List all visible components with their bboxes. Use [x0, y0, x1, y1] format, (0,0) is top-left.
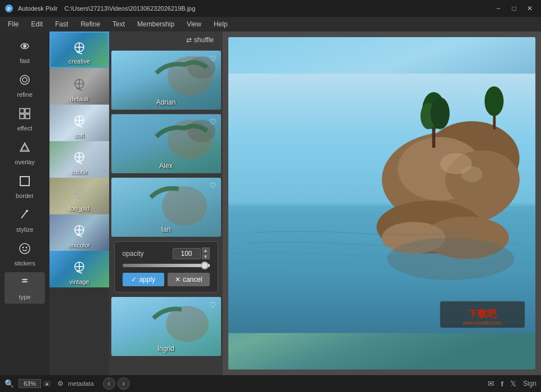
- zoom-control: ▲: [19, 379, 51, 388]
- stylize-icon: [19, 209, 31, 224]
- menu-membership[interactable]: Membership: [132, 19, 180, 30]
- preview-thumb-ingrid[interactable]: Ingrid ♡: [111, 297, 221, 356]
- sign-in-label[interactable]: Sign: [523, 380, 537, 388]
- sidebar-item-type[interactable]: type: [4, 272, 45, 304]
- opacity-slider[interactable]: [123, 264, 210, 267]
- sidebar-item-fast[interactable]: fast: [4, 36, 45, 67]
- filter-label-soft: soft: [74, 132, 84, 139]
- svg-point-44: [485, 86, 504, 116]
- opacity-row: opacity ▲ ▼: [123, 247, 210, 259]
- refine-icon: [19, 74, 31, 89]
- menu-fast[interactable]: Fast: [49, 19, 74, 30]
- prev-button[interactable]: ‹: [103, 377, 115, 390]
- cancel-label: cancel: [183, 276, 202, 283]
- filter-panel: creative default soft subtle: [49, 31, 109, 375]
- menu-edit[interactable]: Edit: [25, 19, 48, 30]
- close-button[interactable]: ✕: [523, 3, 537, 13]
- fast-icon: [19, 40, 31, 55]
- email-icon[interactable]: ✉: [488, 379, 494, 388]
- filter-item-vintage[interactable]: vintage: [49, 251, 109, 287]
- preview-thumb-alex[interactable]: Alex ♡: [111, 114, 221, 173]
- heart-icon-ian[interactable]: ♡: [209, 181, 217, 190]
- preview-thumb-ian[interactable]: Ian ♡: [111, 178, 221, 237]
- menu-help[interactable]: Help: [208, 19, 233, 30]
- settings-icon: ⚙: [57, 380, 64, 388]
- filter-item-unicolor[interactable]: unicolor: [49, 214, 109, 251]
- filter-item-subtle[interactable]: subtle: [49, 141, 109, 178]
- sidebar-label-border: border: [16, 192, 34, 199]
- filter-label-unicolor: unicolor: [69, 242, 91, 249]
- filter-item-soft[interactable]: soft: [49, 105, 109, 141]
- canvas-area: 下载吧 www.xiazaiba.com: [223, 31, 541, 375]
- preview-label-adrian: Adrian: [156, 98, 176, 106]
- sidebar-item-border[interactable]: border: [4, 171, 45, 202]
- maximize-button[interactable]: □: [507, 3, 521, 13]
- effect-icon: [19, 107, 31, 123]
- sidebar-label-effect: effect: [17, 125, 33, 132]
- facebook-icon[interactable]: f: [501, 380, 503, 388]
- menu-text[interactable]: Text: [107, 19, 130, 30]
- title-bar: P Autodesk Pixlr C:\Users\27213\Videos\2…: [0, 0, 541, 17]
- heart-icon-alex[interactable]: ♡: [209, 118, 217, 127]
- svg-point-4: [22, 78, 27, 82]
- status-right: ✉ f 𝕏 Sign: [488, 379, 537, 388]
- twitter-icon[interactable]: 𝕏: [510, 379, 516, 388]
- svg-point-14: [20, 244, 30, 254]
- filter-label-too-old: too_old: [69, 205, 89, 212]
- title-bar-text: Autodesk Pixlr C:\Users\27213\Videos\201…: [18, 5, 487, 12]
- metadata-label[interactable]: metadata: [68, 380, 94, 387]
- preview-label-ingrid: Ingrid: [157, 345, 174, 353]
- sidebar-label-stickers: stickers: [14, 260, 35, 267]
- cancel-button[interactable]: ✕ cancel: [168, 273, 210, 286]
- sidebar-item-stickers[interactable]: stickers: [4, 238, 45, 270]
- opacity-label: opacity: [123, 250, 144, 258]
- shuffle-area: ⇄ shuffle: [109, 31, 223, 48]
- minimize-button[interactable]: −: [492, 3, 505, 13]
- heart-icon-adrian[interactable]: ♡: [209, 54, 217, 63]
- svg-point-13: [26, 210, 28, 212]
- svg-rect-11: [20, 177, 29, 186]
- svg-point-2: [23, 44, 26, 48]
- filter-item-too-old[interactable]: too_old: [49, 178, 109, 214]
- preview-label-alex: Alex: [159, 162, 172, 170]
- opacity-up-button[interactable]: ▲: [202, 247, 210, 253]
- opacity-input[interactable]: [173, 248, 201, 259]
- menu-view[interactable]: View: [181, 19, 207, 30]
- filter-label-creative: creative: [69, 58, 91, 65]
- apply-button[interactable]: ✓ apply: [123, 273, 165, 286]
- sidebar-item-refine[interactable]: refine: [4, 70, 45, 101]
- svg-line-12: [21, 211, 26, 218]
- status-bar: 🔍 ▲ ⚙ metadata ‹ › ✉ f 𝕏 Sign: [0, 375, 541, 392]
- menu-file[interactable]: File: [2, 19, 24, 30]
- border-icon: [19, 175, 31, 190]
- search-area: 🔍: [4, 379, 14, 388]
- search-icon: 🔍: [4, 379, 14, 388]
- next-button[interactable]: ›: [118, 377, 130, 390]
- opacity-slider-thumb[interactable]: [201, 262, 209, 269]
- sidebar-item-stylize[interactable]: stylize: [4, 205, 45, 236]
- svg-rect-5: [20, 109, 24, 113]
- svg-point-15: [22, 246, 24, 248]
- svg-point-42: [431, 97, 450, 129]
- sidebar-label-refine: refine: [17, 91, 33, 98]
- zoom-input[interactable]: [19, 379, 41, 388]
- zoom-up-button[interactable]: ▲: [43, 381, 51, 386]
- heart-icon-ingrid[interactable]: ♡: [209, 300, 217, 309]
- menu-bar: File Edit Fast Refine Text Membership Vi…: [0, 17, 541, 31]
- sidebar-item-overlay[interactable]: overlay: [4, 137, 45, 169]
- opacity-down-button[interactable]: ▼: [202, 254, 210, 259]
- sidebar-item-effect[interactable]: effect: [4, 103, 45, 135]
- filter-item-creative[interactable]: creative: [49, 31, 109, 68]
- shuffle-button[interactable]: ⇄ shuffle: [182, 34, 218, 46]
- filter-label-default: default: [70, 96, 88, 102]
- menu-refine[interactable]: Refine: [75, 19, 106, 30]
- title-bar-controls: − □ ✕: [492, 3, 537, 13]
- svg-rect-8: [25, 114, 30, 119]
- sidebar-label-type: type: [19, 294, 31, 300]
- filter-item-default[interactable]: default: [49, 68, 109, 105]
- apply-cancel-row: ✓ apply ✕ cancel: [123, 273, 210, 286]
- preview-thumb-adrian[interactable]: Adrian ♡: [111, 51, 221, 110]
- shuffle-icon: ⇄: [186, 36, 192, 44]
- preview-label-ian: Ian: [161, 226, 171, 233]
- filter-label-subtle: subtle: [71, 169, 87, 175]
